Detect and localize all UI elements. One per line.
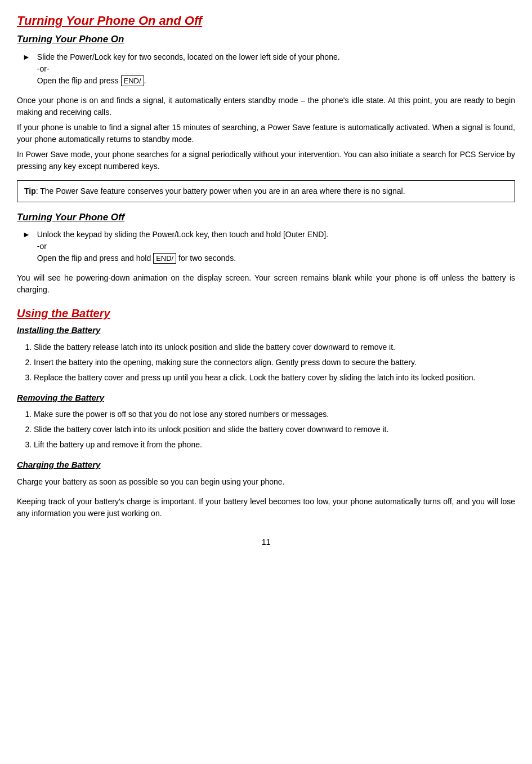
turning-on-line3-end: .	[144, 76, 146, 85]
turning-off-title: Turning Your Phone Off	[17, 210, 515, 225]
installing-item-2: Insert the battery into the opening, mak…	[34, 357, 515, 368]
installing-item-3: Replace the battery cover and press up u…	[34, 372, 515, 384]
turning-off-line3: Open the flip and press and hold	[37, 254, 153, 263]
using-battery-title: Using the Battery	[17, 305, 515, 322]
charging-para1: Charge your battery as soon as possible …	[17, 476, 515, 488]
turning-on-bullet: ► Slide the Power/Lock key for two secon…	[17, 51, 515, 87]
removing-item-2: Slide the battery cover latch into its u…	[34, 424, 515, 436]
turning-on-or: -or-	[37, 64, 50, 73]
turning-on-line1: Slide the Power/Lock key for two seconds…	[37, 52, 340, 61]
turning-off-line3-end: for two seconds.	[176, 254, 236, 263]
main-title: Turning Your Phone On and Off	[17, 11, 515, 30]
removing-item-1: Make sure the power is off so that you d…	[34, 408, 515, 420]
turning-on-title: Turning Your Phone On	[17, 32, 515, 47]
removing-item-3: Lift the battery up and remove it from t…	[34, 439, 515, 451]
removing-title: Removing the Battery	[17, 392, 515, 405]
turning-on-para1: Once your phone is on and finds a signal…	[17, 95, 515, 118]
page-content: Turning Your Phone On and Off Turning Yo…	[17, 11, 515, 548]
turning-on-bullet-content: Slide the Power/Lock key for two seconds…	[37, 51, 515, 87]
charging-para2: Keeping track of your battery's charge i…	[17, 496, 515, 519]
installing-item-1: Slide the battery release latch into its…	[34, 341, 515, 353]
removing-list: Make sure the power is off so that you d…	[17, 408, 515, 451]
turning-off-line1: Unlock the keypad by sliding the Power/L…	[37, 230, 328, 239]
turning-on-line3: Open the flip and press	[37, 76, 121, 85]
tip-text: : The Power Save feature conserves your …	[36, 186, 405, 196]
turning-on-para2: If your phone is unable to find a signal…	[17, 122, 515, 145]
turning-off-bullet: ► Unlock the keypad by sliding the Power…	[17, 229, 515, 264]
installing-list: Slide the battery release latch into its…	[17, 341, 515, 384]
bullet-arrow-icon-2: ►	[23, 229, 30, 264]
page-number: 11	[17, 536, 515, 548]
charging-title: Charging the Battery	[17, 459, 515, 472]
turning-off-bullet-content: Unlock the keypad by sliding the Power/L…	[37, 229, 515, 264]
end-key-1: END/	[121, 75, 144, 86]
tip-box: Tip: The Power Save feature conserves yo…	[17, 180, 515, 202]
end-key-2: END/	[153, 253, 176, 264]
installing-title: Installing the Battery	[17, 324, 515, 337]
tip-label: Tip	[24, 186, 36, 196]
bullet-arrow-icon: ►	[23, 51, 30, 87]
turning-on-para3: In Power Save mode, your phone searches …	[17, 149, 515, 172]
turning-off-para1: You will see he powering-down animation …	[17, 272, 515, 296]
turning-off-or: -or	[37, 242, 47, 251]
